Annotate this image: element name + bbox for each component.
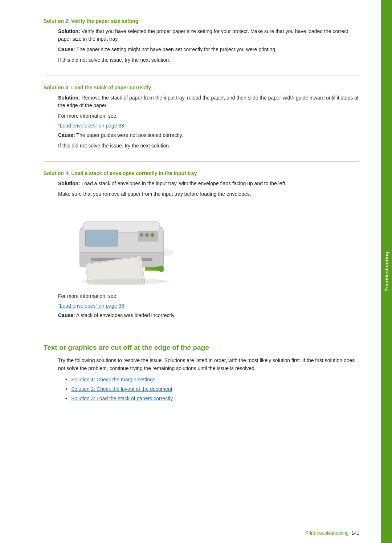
bullet-link-1[interactable]: Solution 1: Check the margin settings	[71, 377, 155, 382]
solution3-info: If this did not solve the issue, try the…	[58, 142, 359, 150]
solution2-cause-label: Cause:	[58, 46, 75, 52]
solution3-heading: Solution 3: Load the stack of paper corr…	[44, 85, 359, 90]
bullet-list: Solution 1: Check the margin settings So…	[65, 376, 359, 402]
solution3-see-info: For more information, see:	[58, 112, 359, 120]
footer-label: Print troubleshooting	[305, 530, 348, 536]
bullet-item-2: Solution 2: Check the layout of the docu…	[65, 385, 359, 393]
solution2-solution-text: Verify that you have selected the proper…	[58, 28, 348, 42]
section-solution2: Solution 2: Verify the paper size settin…	[44, 15, 359, 76]
solution2-info: If this did not solve the issue, try the…	[58, 56, 359, 64]
main-section-intro: Try the following solutions to resolve t…	[58, 357, 359, 372]
solution4-solution-text: Load a stack of envelopes in the input t…	[80, 181, 287, 186]
solution4-solution-para: Solution: Load a stack of envelopes in t…	[58, 180, 359, 187]
solution4-cause-text: A stack of envelopes was loaded incorrec…	[75, 312, 176, 318]
footer-page-number: 141	[351, 530, 359, 536]
bullet-item-3: Solution 3: Load the stack of papers cor…	[65, 395, 359, 402]
solution3-cause-text: The paper guides were not positioned cor…	[75, 132, 183, 138]
solution3-solution-para: Solution: Remove the stack of paper from…	[58, 94, 359, 109]
solution2-heading: Solution 2: Verify the paper size settin…	[44, 18, 359, 24]
solution4-see-info: For more information, see:	[58, 292, 359, 300]
solution3-solution-text: Remove the stack of paper from the input…	[58, 95, 359, 108]
section-solution4: Solution 4: Load a stack of envelopes co…	[44, 162, 359, 331]
section-solution3: Solution 3: Load the stack of paper corr…	[44, 76, 359, 162]
svg-point-7	[145, 233, 149, 237]
solution3-cause-para: Cause: The paper guides were not positio…	[58, 131, 359, 139]
svg-point-16	[82, 279, 169, 284]
bullet-item-1: Solution 1: Check the margin settings	[65, 376, 359, 384]
printer-image-area	[58, 205, 181, 285]
svg-point-6	[140, 233, 143, 237]
solution2-cause-text: The paper size setting might not have be…	[75, 46, 277, 52]
printer-illustration	[58, 205, 181, 285]
sidebar-tab-label: Troubleshooting	[384, 252, 389, 291]
solution4-cause-label: Cause:	[58, 312, 75, 318]
main-section: Text or graphics are cut off at the edge…	[44, 331, 359, 426]
bullet-link-3[interactable]: Solution 3: Load the stack of papers cor…	[71, 396, 173, 401]
page-footer: Print troubleshooting 141	[305, 530, 359, 536]
svg-point-8	[151, 233, 154, 237]
bullet-link-2[interactable]: Solution 2: Check the layout of the docu…	[71, 386, 172, 392]
solution3-solution-label: Solution:	[58, 95, 80, 101]
svg-rect-9	[85, 230, 118, 246]
main-content: Solution 2: Verify the paper size settin…	[0, 0, 381, 543]
solution4-remove-info: Make sure that you remove all paper from…	[58, 190, 359, 198]
solution2-cause-para: Cause: The paper size setting might not …	[58, 46, 359, 53]
svg-rect-15	[145, 267, 164, 271]
solution2-solution-para: Solution: Verify that you have selected …	[58, 28, 359, 43]
solution4-link[interactable]: “Load envelopes” on page 38	[58, 303, 124, 309]
solution4-heading: Solution 4: Load a stack of envelopes co…	[44, 170, 359, 176]
sidebar-tab: Troubleshooting	[381, 0, 392, 543]
solution3-cause-label: Cause:	[58, 132, 75, 138]
main-section-heading: Text or graphics are cut off at the edge…	[44, 344, 359, 352]
page-container: Solution 2: Verify the paper size settin…	[0, 0, 392, 543]
solution4-solution-label: Solution:	[58, 181, 80, 186]
solution3-link[interactable]: “Load envelopes” on page 38	[58, 123, 124, 129]
solution4-cause-para: Cause: A stack of envelopes was loaded i…	[58, 312, 359, 319]
solution2-solution-label: Solution:	[58, 28, 80, 34]
